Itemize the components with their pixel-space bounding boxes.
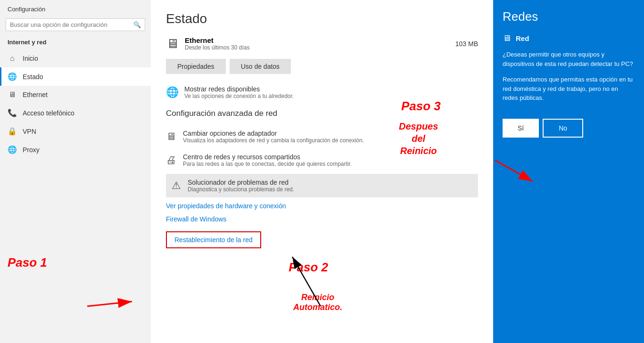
ethernet-section: 🖥 Ethernet Desde los últimos 30 días 103… <box>166 36 478 51</box>
sidebar-item-proxy[interactable]: 🌐 Proxy <box>0 140 151 159</box>
proxy-icon: 🌐 <box>8 145 17 154</box>
sidebar-item-label: Inicio <box>23 55 38 62</box>
ethernet-size: 103 MB <box>455 40 478 48</box>
adapter-icon: 🖥 <box>166 131 176 143</box>
main-content: Estado 🖥 Ethernet Desde los últimos 30 d… <box>151 0 493 343</box>
sidebar-item-inicio[interactable]: ⌂ Inicio <box>0 49 151 67</box>
cambiar-adaptador-title: Cambiar opciones de adaptador <box>183 130 364 137</box>
paso2-sub-label: Reinicio Automatico. <box>293 293 342 312</box>
search-box[interactable]: 🔍 <box>6 18 145 31</box>
redes-description: Recomendamos que permitas esta opción en… <box>493 75 644 114</box>
ethernet-info: 🖥 Ethernet Desde los últimos 30 días <box>166 36 249 51</box>
sidebar-item-estado[interactable]: 🌐 Estado <box>0 67 151 86</box>
despues-label: Despues del Reinicio <box>399 120 438 157</box>
si-button[interactable]: Sí <box>503 119 539 138</box>
uso-datos-button[interactable]: Uso de datos <box>230 59 291 74</box>
mostrar-redes-sub: Ve las opciones de conexión a tu alreded… <box>184 93 294 99</box>
restablecimiento-button[interactable]: Restablecimiento de la red <box>166 231 261 248</box>
solucionador-item[interactable]: ⚠ Solucionador de problemas de red Diagn… <box>166 174 478 197</box>
sidebar-item-label: Proxy <box>23 146 40 154</box>
mostrar-redes-item[interactable]: 🌐 Mostrar redes disponibles Ve las opcio… <box>166 85 478 99</box>
redes-title: Redes <box>493 0 644 29</box>
section-label: Internet y red <box>0 37 151 49</box>
paso1-label: Paso 1 <box>8 255 47 270</box>
firewall-link[interactable]: Firewall de Windows <box>166 212 478 226</box>
solucionador-title: Solucionador de problemas de red <box>188 179 294 186</box>
paso2-label: Paso 2 <box>289 260 328 275</box>
warning-icon: ⚠ <box>172 180 181 192</box>
cambiar-adaptador-sub: Visualiza los adaptadores de red y cambi… <box>183 137 364 144</box>
monitor-icon: 🖥 <box>8 90 17 99</box>
red-label: Red <box>516 34 529 42</box>
search-icon: 🔍 <box>133 21 141 28</box>
sidebar: Configuración 🔍 Internet y red ⌂ Inicio … <box>0 0 151 343</box>
right-panel: Redes 🖥 Red ¿Deseas permitir que otros e… <box>493 0 644 343</box>
ethernet-name: Ethernet <box>185 36 249 44</box>
paso3-label: Paso 3 <box>401 99 441 114</box>
centro-redes-sub: Para las redes a las que te conectas, de… <box>183 161 352 167</box>
no-button[interactable]: No <box>543 119 583 138</box>
solucionador-sub: Diagnostica y soluciona problemas de red… <box>188 186 294 193</box>
redes-buttons: Sí No <box>493 119 644 138</box>
sidebar-item-label: VPN <box>23 128 36 135</box>
globe-icon: 🌐 <box>8 72 17 81</box>
sidebar-item-vpn[interactable]: 🔒 VPN <box>0 122 151 140</box>
mostrar-redes-title: Mostrar redes disponibles <box>184 85 294 93</box>
ver-propiedades-link[interactable]: Ver propiedades de hardware y conexión <box>166 199 478 212</box>
sidebar-item-ethernet[interactable]: 🖥 Ethernet <box>0 86 151 104</box>
sidebar-item-acceso[interactable]: 📞 Acceso telefónico <box>0 104 151 122</box>
search-input[interactable] <box>10 21 133 28</box>
sidebar-item-label: Estado <box>23 73 43 81</box>
action-buttons: Propiedades Uso de datos <box>166 59 478 74</box>
propiedades-button[interactable]: Propiedades <box>166 59 226 74</box>
share-icon: 🖨 <box>166 154 176 166</box>
restablecimiento-wrapper: Restablecimiento de la red <box>166 229 478 248</box>
ethernet-subtitle: Desde los últimos 30 días <box>185 44 249 51</box>
centro-redes-title: Centro de redes y recursos compartidos <box>183 153 352 161</box>
ethernet-icon: 🖥 <box>166 36 179 51</box>
phone-icon: 📞 <box>8 108 17 117</box>
monitor-red-icon: 🖥 <box>503 33 511 43</box>
home-icon: ⌂ <box>8 54 17 63</box>
red-item: 🖥 Red <box>493 29 644 50</box>
page-title: Estado <box>166 11 478 26</box>
vpn-icon: 🔒 <box>8 127 17 136</box>
sidebar-item-label: Ethernet <box>23 91 48 98</box>
sidebar-item-label: Acceso telefónico <box>23 109 74 117</box>
redes-question: ¿Deseas permitir que otros equipos y dis… <box>493 50 644 75</box>
ethernet-text: Ethernet Desde los últimos 30 días <box>185 36 249 51</box>
network-icon: 🌐 <box>166 86 179 98</box>
app-title: Configuración <box>0 0 151 16</box>
